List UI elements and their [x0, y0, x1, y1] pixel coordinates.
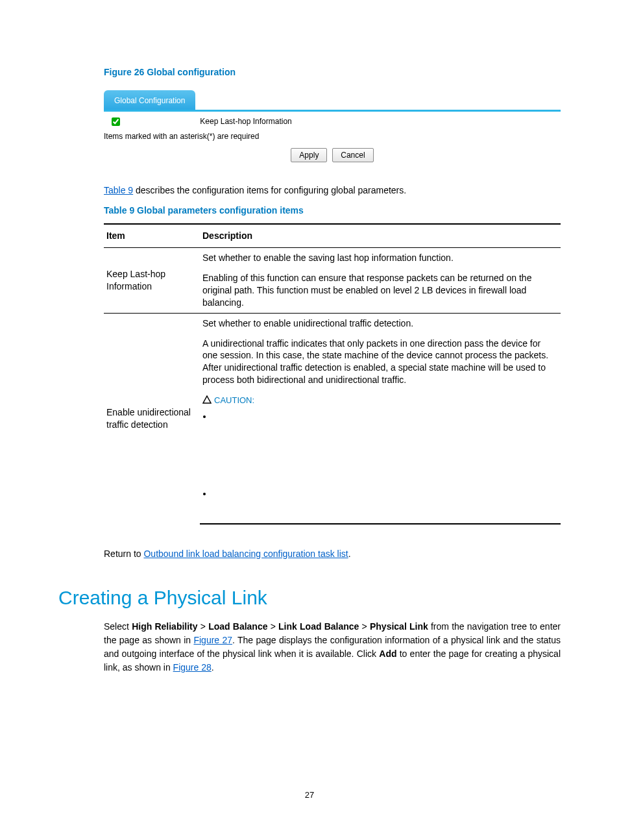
row2-item: Enable unidirectional traffic detection [104, 313, 200, 524]
caution-label: CAUTION: [214, 395, 254, 405]
row2-desc2: A unidirectional traffic indicates that … [200, 334, 561, 391]
config-table: Item Description Keep Last-hop Informati… [104, 223, 561, 525]
return-prefix: Return to [104, 549, 143, 559]
figure-caption: Figure 26 Global configuration [104, 66, 561, 79]
required-note: Items marked with an asterisk(*) are req… [104, 130, 561, 145]
row1-item: Keep Last-hop Information [104, 248, 200, 314]
global-config-tab[interactable]: Global Configuration [104, 90, 195, 110]
page-number: 27 [0, 789, 619, 801]
section-heading: Creating a Physical Link [58, 585, 561, 611]
row2-desc1: Set whether to enable unidirectional tra… [200, 313, 561, 333]
keep-lasthop-label: Keep Last-hop Information [200, 117, 291, 126]
figure27-link[interactable]: Figure 27 [193, 635, 232, 645]
row1-desc2: Enabling of this function can ensure tha… [200, 268, 561, 313]
cancel-button[interactable]: Cancel [332, 148, 373, 162]
body-paragraph: Select High Reliability > Load Balance >… [104, 620, 561, 674]
global-config-screenshot: Global Configuration Keep Last-hop Infor… [104, 90, 561, 164]
th-desc: Description [200, 224, 561, 247]
keep-lasthop-checkbox[interactable] [112, 117, 120, 126]
table9-link[interactable]: Table 9 [104, 185, 133, 195]
para-text: describes the configuration items for co… [133, 185, 406, 195]
caution-bullet-2 [213, 488, 558, 500]
return-link[interactable]: Outbound link load balancing configurati… [143, 549, 348, 559]
row1-desc1: Set whether to enable the saving last ho… [200, 248, 561, 268]
caution-bullet-1 [213, 410, 558, 423]
figure28-link[interactable]: Figure 28 [173, 662, 212, 673]
caution-icon [202, 394, 212, 406]
apply-button[interactable]: Apply [291, 148, 327, 162]
th-item: Item [104, 224, 200, 247]
return-suffix: . [348, 549, 351, 559]
table-caption: Table 9 Global parameters configuration … [104, 204, 561, 217]
